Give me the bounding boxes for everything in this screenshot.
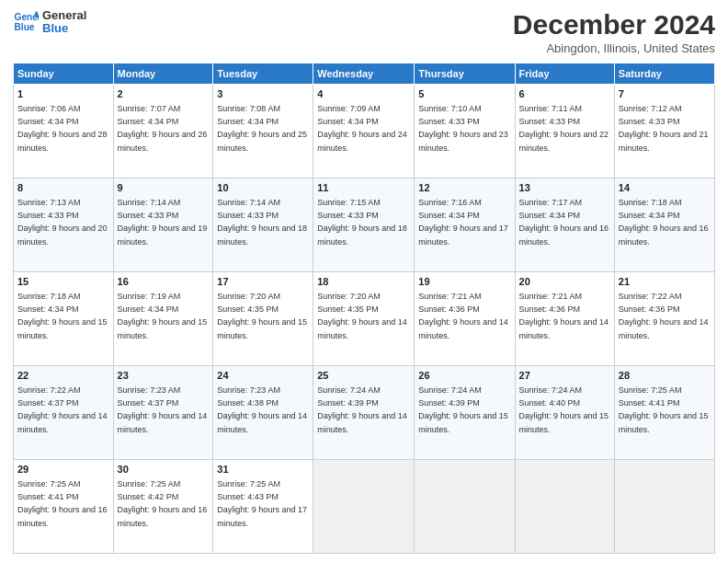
day-number: 25 (317, 369, 410, 383)
day-number: 5 (418, 87, 510, 101)
calendar-week-0: 1 Sunrise: 7:06 AMSunset: 4:34 PMDayligh… (14, 85, 715, 178)
day-info: Sunrise: 7:25 AMSunset: 4:43 PMDaylight:… (217, 479, 307, 527)
calendar-header-thursday: Thursday (415, 63, 515, 85)
calendar-cell: 20 Sunrise: 7:21 AMSunset: 4:36 PMDaylig… (515, 272, 614, 366)
calendar-cell: 12 Sunrise: 7:16 AMSunset: 4:34 PMDaylig… (415, 178, 515, 272)
day-number: 9 (118, 181, 210, 195)
calendar-cell: 29 Sunrise: 7:25 AMSunset: 4:41 PMDaylig… (14, 460, 114, 554)
day-number: 28 (619, 369, 711, 383)
calendar-header-monday: Monday (113, 63, 213, 85)
day-info: Sunrise: 7:09 AMSunset: 4:34 PMDaylight:… (317, 104, 407, 152)
day-info: Sunrise: 7:24 AMSunset: 4:39 PMDaylight:… (418, 385, 508, 433)
calendar-cell: 27 Sunrise: 7:24 AMSunset: 4:40 PMDaylig… (515, 366, 614, 460)
day-info: Sunrise: 7:25 AMSunset: 4:41 PMDaylight:… (17, 479, 108, 527)
calendar-cell: 4 Sunrise: 7:09 AMSunset: 4:34 PMDayligh… (313, 85, 415, 178)
calendar-header-sunday: Sunday (14, 63, 114, 85)
day-number: 31 (217, 463, 309, 477)
calendar-header-row: SundayMondayTuesdayWednesdayThursdayFrid… (14, 63, 715, 85)
calendar-header-friday: Friday (515, 63, 614, 85)
day-number: 12 (418, 181, 510, 195)
day-number: 19 (418, 275, 510, 289)
calendar-cell: 28 Sunrise: 7:25 AMSunset: 4:41 PMDaylig… (614, 366, 714, 460)
day-number: 29 (17, 463, 109, 477)
calendar-week-4: 29 Sunrise: 7:25 AMSunset: 4:41 PMDaylig… (14, 460, 715, 554)
day-info: Sunrise: 7:22 AMSunset: 4:36 PMDaylight:… (619, 292, 709, 339)
calendar-cell: 22 Sunrise: 7:22 AMSunset: 4:37 PMDaylig… (14, 366, 114, 460)
calendar-cell: 24 Sunrise: 7:23 AMSunset: 4:38 PMDaylig… (213, 366, 313, 460)
day-info: Sunrise: 7:08 AMSunset: 4:34 PMDaylight:… (217, 104, 307, 152)
day-info: Sunrise: 7:16 AMSunset: 4:34 PMDaylight:… (418, 198, 508, 246)
title-block: December 2024 Abingdon, Illinois, United… (513, 9, 715, 55)
day-info: Sunrise: 7:13 AMSunset: 4:33 PMDaylight:… (17, 198, 108, 246)
day-info: Sunrise: 7:24 AMSunset: 4:39 PMDaylight:… (317, 385, 407, 433)
day-number: 18 (317, 275, 410, 289)
svg-text:Blue: Blue (15, 22, 35, 32)
calendar-week-3: 22 Sunrise: 7:22 AMSunset: 4:37 PMDaylig… (14, 366, 715, 460)
calendar-cell: 6 Sunrise: 7:11 AMSunset: 4:33 PMDayligh… (515, 85, 614, 178)
day-number: 20 (519, 275, 610, 289)
calendar-cell: 18 Sunrise: 7:20 AMSunset: 4:35 PMDaylig… (313, 272, 415, 366)
day-info: Sunrise: 7:18 AMSunset: 4:34 PMDaylight:… (619, 198, 709, 246)
day-number: 6 (519, 87, 610, 101)
calendar-cell (313, 460, 415, 554)
day-info: Sunrise: 7:23 AMSunset: 4:37 PMDaylight:… (118, 385, 208, 433)
day-number: 17 (217, 275, 309, 289)
day-info: Sunrise: 7:18 AMSunset: 4:34 PMDaylight:… (17, 292, 108, 339)
logo: General Blue General Blue (13, 9, 86, 36)
day-info: Sunrise: 7:21 AMSunset: 4:36 PMDaylight:… (519, 292, 609, 339)
calendar-cell: 10 Sunrise: 7:14 AMSunset: 4:33 PMDaylig… (213, 178, 313, 272)
day-info: Sunrise: 7:22 AMSunset: 4:37 PMDaylight:… (17, 385, 108, 433)
day-number: 13 (519, 181, 610, 195)
calendar-cell (415, 460, 515, 554)
day-info: Sunrise: 7:12 AMSunset: 4:33 PMDaylight:… (619, 104, 709, 152)
day-info: Sunrise: 7:23 AMSunset: 4:38 PMDaylight:… (217, 385, 307, 433)
calendar-cell: 3 Sunrise: 7:08 AMSunset: 4:34 PMDayligh… (213, 85, 313, 178)
day-number: 24 (217, 369, 309, 383)
calendar-cell: 25 Sunrise: 7:24 AMSunset: 4:39 PMDaylig… (313, 366, 415, 460)
day-number: 30 (118, 463, 210, 477)
calendar-table: SundayMondayTuesdayWednesdayThursdayFrid… (13, 63, 715, 554)
calendar-cell: 5 Sunrise: 7:10 AMSunset: 4:33 PMDayligh… (415, 85, 515, 178)
day-number: 26 (418, 369, 510, 383)
day-number: 11 (317, 181, 410, 195)
calendar-week-2: 15 Sunrise: 7:18 AMSunset: 4:34 PMDaylig… (14, 272, 715, 366)
day-info: Sunrise: 7:20 AMSunset: 4:35 PMDaylight:… (217, 292, 307, 339)
day-info: Sunrise: 7:25 AMSunset: 4:41 PMDaylight:… (619, 385, 709, 433)
day-info: Sunrise: 7:11 AMSunset: 4:33 PMDaylight:… (519, 104, 609, 152)
calendar-cell: 8 Sunrise: 7:13 AMSunset: 4:33 PMDayligh… (14, 178, 114, 272)
day-info: Sunrise: 7:15 AMSunset: 4:33 PMDaylight:… (317, 198, 407, 246)
subtitle: Abingdon, Illinois, United States (513, 41, 715, 55)
day-info: Sunrise: 7:21 AMSunset: 4:36 PMDaylight:… (418, 292, 508, 339)
calendar-header-tuesday: Tuesday (213, 63, 313, 85)
calendar-header-wednesday: Wednesday (313, 63, 415, 85)
calendar-cell: 7 Sunrise: 7:12 AMSunset: 4:33 PMDayligh… (614, 85, 714, 178)
day-info: Sunrise: 7:14 AMSunset: 4:33 PMDaylight:… (217, 198, 307, 246)
calendar-cell: 21 Sunrise: 7:22 AMSunset: 4:36 PMDaylig… (614, 272, 714, 366)
calendar-cell: 17 Sunrise: 7:20 AMSunset: 4:35 PMDaylig… (213, 272, 313, 366)
calendar-cell: 26 Sunrise: 7:24 AMSunset: 4:39 PMDaylig… (415, 366, 515, 460)
day-info: Sunrise: 7:19 AMSunset: 4:34 PMDaylight:… (118, 292, 208, 339)
calendar-cell: 2 Sunrise: 7:07 AMSunset: 4:34 PMDayligh… (113, 85, 213, 178)
day-number: 15 (17, 275, 109, 289)
calendar-cell: 13 Sunrise: 7:17 AMSunset: 4:34 PMDaylig… (515, 178, 614, 272)
logo-icon: General Blue (13, 9, 39, 35)
day-number: 4 (317, 87, 410, 101)
header: General Blue General Blue December 2024 … (13, 9, 715, 55)
calendar-cell (515, 460, 614, 554)
calendar-cell: 1 Sunrise: 7:06 AMSunset: 4:34 PMDayligh… (14, 85, 114, 178)
day-info: Sunrise: 7:06 AMSunset: 4:34 PMDaylight:… (17, 104, 108, 152)
day-number: 7 (619, 87, 711, 101)
day-number: 22 (17, 369, 109, 383)
day-info: Sunrise: 7:10 AMSunset: 4:33 PMDaylight:… (418, 104, 508, 152)
day-number: 3 (217, 87, 309, 101)
page: General Blue General Blue December 2024 … (0, 0, 728, 563)
calendar-week-1: 8 Sunrise: 7:13 AMSunset: 4:33 PMDayligh… (14, 178, 715, 272)
day-number: 16 (118, 275, 210, 289)
logo-general: General (42, 9, 86, 22)
day-number: 23 (118, 369, 210, 383)
day-number: 27 (519, 369, 610, 383)
day-info: Sunrise: 7:17 AMSunset: 4:34 PMDaylight:… (519, 198, 609, 246)
calendar-cell: 9 Sunrise: 7:14 AMSunset: 4:33 PMDayligh… (113, 178, 213, 272)
day-number: 14 (619, 181, 711, 195)
calendar-cell: 15 Sunrise: 7:18 AMSunset: 4:34 PMDaylig… (14, 272, 114, 366)
